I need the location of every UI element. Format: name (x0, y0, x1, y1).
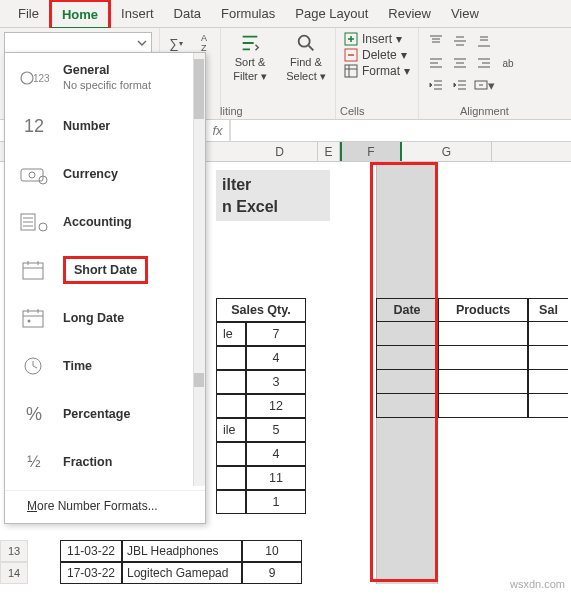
table-row[interactable]: 3 (216, 370, 306, 394)
autosum-button[interactable]: ∑▾ (164, 32, 188, 54)
nf-label: Percentage (63, 407, 130, 421)
svg-rect-13 (23, 311, 43, 327)
find-label-1: Find & (290, 56, 322, 68)
formula-input[interactable] (230, 120, 571, 141)
products-header[interactable]: Products (438, 298, 528, 322)
cell-product-fragment: ile (216, 418, 246, 442)
svg-point-0 (299, 36, 310, 47)
table-row[interactable]: 11 (216, 466, 306, 490)
insert-cells-button[interactable]: Insert ▾ (344, 32, 410, 46)
fraction-icon: ½ (17, 448, 51, 476)
nf-fraction[interactable]: ½ Fraction (5, 438, 205, 486)
chevron-down-icon (137, 38, 147, 48)
general-icon: 123 (17, 64, 51, 92)
cell-empty (528, 370, 568, 394)
increase-indent-button[interactable] (449, 76, 471, 94)
tab-view[interactable]: View (441, 1, 489, 26)
cell-empty (376, 322, 438, 346)
table-row[interactable]: ile5 (216, 418, 306, 442)
align-left-button[interactable] (425, 54, 447, 72)
tab-review[interactable]: Review (378, 1, 441, 26)
fx-label[interactable]: fx (206, 120, 230, 141)
more-number-formats[interactable]: More Number Formats... (5, 490, 205, 519)
align-right-button[interactable] (473, 54, 495, 72)
svg-rect-12 (23, 263, 43, 279)
sales-qty-header[interactable]: Sales Qty. (216, 298, 306, 322)
insert-label: Insert (362, 32, 392, 46)
tab-file[interactable]: File (8, 1, 49, 26)
table-row[interactable]: le7 (216, 322, 306, 346)
tab-formulas[interactable]: Formulas (211, 1, 285, 26)
nf-label: General (63, 63, 151, 77)
nf-scroll-thumb[interactable] (194, 59, 204, 119)
col-header-E[interactable]: E (318, 142, 340, 161)
nf-percentage[interactable]: % Percentage (5, 390, 205, 438)
table-row[interactable]: 4 (216, 346, 306, 370)
col-header-F[interactable]: F (340, 142, 402, 161)
tab-home[interactable]: Home (49, 0, 111, 29)
table-row[interactable]: 11-03-22 JBL Headphones 10 (60, 540, 302, 562)
sort-filter-button[interactable]: Sort & Filter ▾ (227, 32, 273, 82)
clock-icon (17, 352, 51, 380)
cell-qty: 5 (246, 418, 306, 442)
tab-page-layout[interactable]: Page Layout (285, 1, 378, 26)
merge-button[interactable]: ▾ (473, 76, 495, 94)
sort-az-small[interactable]: AZ (192, 32, 216, 54)
nf-label: Accounting (63, 215, 132, 229)
accounting-icon (17, 208, 51, 236)
number-icon: 12 (17, 112, 51, 140)
row-header-13[interactable]: 13 (0, 540, 28, 562)
align-top-button[interactable] (425, 32, 447, 50)
table-row[interactable]: 1 (216, 490, 306, 514)
cell-product-fragment (216, 346, 246, 370)
nf-currency[interactable]: Currency (5, 150, 205, 198)
col-header-G[interactable]: G (402, 142, 492, 161)
col-header-D[interactable]: D (242, 142, 318, 161)
align-center-button[interactable] (449, 54, 471, 72)
ribbon-tabs: File Home Insert Data Formulas Page Layo… (0, 0, 571, 28)
cell-product-fragment (216, 394, 246, 418)
cell-empty (376, 346, 438, 370)
cells-group-label: Cells (340, 105, 364, 117)
cell-empty (528, 346, 568, 370)
cell-product-fragment (216, 466, 246, 490)
nf-accounting[interactable]: Accounting (5, 198, 205, 246)
find-select-button[interactable]: Find & Select ▾ (283, 32, 329, 82)
nf-general[interactable]: 123 GeneralNo specific format (5, 53, 205, 102)
row-header-14[interactable]: 14 (0, 562, 28, 584)
format-cells-button[interactable]: Format ▾ (344, 64, 410, 78)
nf-short-date[interactable]: Short Date (5, 246, 205, 294)
nf-scrollbar[interactable] (193, 53, 205, 486)
tab-insert[interactable]: Insert (111, 1, 164, 26)
nf-long-date[interactable]: Long Date (5, 294, 205, 342)
nf-scroll-thumb-2[interactable] (194, 373, 204, 387)
cell-qty: 12 (246, 394, 306, 418)
cell-empty (438, 370, 528, 394)
date-header[interactable]: Date (376, 298, 438, 322)
table-row[interactable]: 12 (216, 394, 306, 418)
cell-date: 17-03-22 (60, 562, 122, 584)
number-format-dropdown[interactable] (4, 32, 152, 54)
table-row[interactable]: 17-03-22 Logitech Gamepad 9 (60, 562, 302, 584)
sheet-title: ilter n Excel (216, 170, 330, 221)
table-row[interactable] (376, 346, 568, 370)
sales-header-partial[interactable]: Sal (528, 298, 568, 322)
alignment-group-label: Alignment (460, 105, 509, 117)
table-row[interactable]: 4 (216, 442, 306, 466)
svg-text:123: 123 (33, 73, 49, 84)
decrease-indent-button[interactable] (425, 76, 447, 94)
delete-cells-button[interactable]: Delete ▾ (344, 48, 410, 62)
table-row[interactable] (376, 322, 568, 346)
nf-time[interactable]: Time (5, 342, 205, 390)
nf-label: Fraction (63, 455, 112, 469)
tab-data[interactable]: Data (164, 1, 211, 26)
align-bottom-button[interactable] (473, 32, 495, 50)
align-middle-button[interactable] (449, 32, 471, 50)
wrap-text-button[interactable]: ab (497, 54, 519, 72)
nf-number[interactable]: 12 Number (5, 102, 205, 150)
table-row[interactable] (376, 370, 568, 394)
table-row[interactable] (376, 394, 568, 418)
cell-product: JBL Headphones (122, 540, 242, 562)
right-table: Date Products Sal (376, 298, 568, 418)
cell-date: 11-03-22 (60, 540, 122, 562)
